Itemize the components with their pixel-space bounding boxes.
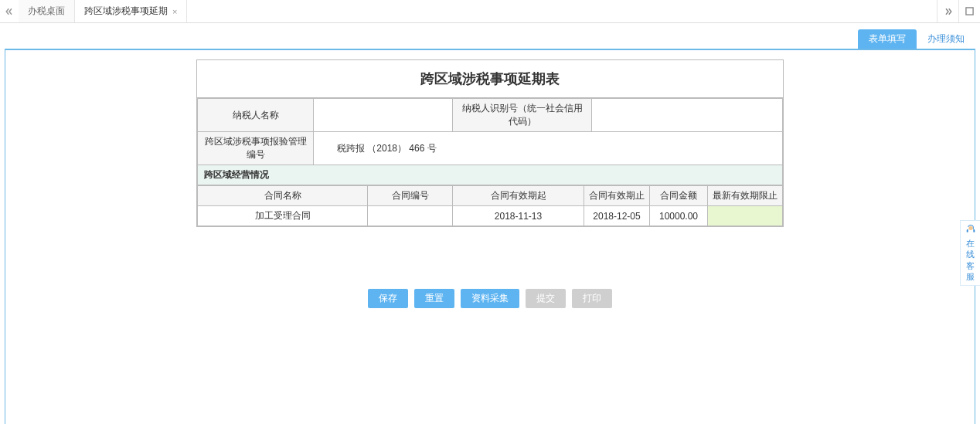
col-valid-to: 合同有效期止 xyxy=(584,186,650,206)
label-report-mgmt-no: 跨区域涉税事项报验管理编号 xyxy=(198,132,314,165)
tab-desktop[interactable]: 办税桌面 xyxy=(19,0,75,22)
form-title: 跨区域涉税事项延期表 xyxy=(197,60,783,98)
col-valid-from: 合同有效期起 xyxy=(453,186,584,206)
svg-point-1 xyxy=(968,226,972,230)
reset-button[interactable]: 重置 xyxy=(414,289,454,308)
cell-contract-no xyxy=(368,206,453,226)
print-button: 打印 xyxy=(572,289,612,308)
maximize-icon[interactable] xyxy=(958,0,980,22)
tab-cross-region-label: 跨区域涉税事项延期 xyxy=(84,5,168,18)
table-row: 加工受理合同 2018-11-13 2018-12-05 10000.00 xyxy=(198,206,783,226)
cell-contract-name: 加工受理合同 xyxy=(198,206,368,226)
close-icon[interactable]: × xyxy=(172,7,177,16)
label-taxpayer-id: 纳税人识别号（统一社会信用代码） xyxy=(453,99,592,132)
button-row: 保存 重置 资料采集 提交 打印 xyxy=(19,289,961,308)
col-amount: 合同金额 xyxy=(650,186,708,206)
top-tab-bar: 办税桌面 跨区域涉税事项延期 × xyxy=(0,0,980,23)
collect-button[interactable]: 资料采集 xyxy=(461,289,519,308)
value-taxpayer-id xyxy=(592,99,783,132)
tab-desktop-label: 办税桌面 xyxy=(28,5,65,18)
submit-button: 提交 xyxy=(526,289,566,308)
col-new-deadline: 最新有效期限止 xyxy=(708,186,783,206)
cell-valid-from: 2018-11-13 xyxy=(453,206,584,226)
tab-cross-region[interactable]: 跨区域涉税事项延期 × xyxy=(75,0,187,22)
info-table: 纳税人名称 纳税人识别号（统一社会信用代码） 跨区域涉税事项报验管理编号 税跨报… xyxy=(197,98,783,185)
content-panel: 跨区域涉税事项延期表 纳税人名称 纳税人识别号（统一社会信用代码） 跨区域涉税事… xyxy=(5,49,975,424)
cell-amount: 10000.00 xyxy=(650,206,708,226)
sub-tab-row: 表单填写 办理须知 xyxy=(0,26,980,49)
section-header: 跨区域经营情况 xyxy=(198,165,783,185)
customer-service-label: 在线客服 xyxy=(966,239,975,281)
customer-service-icon xyxy=(965,224,977,236)
col-contract-no: 合同编号 xyxy=(368,186,453,206)
contracts-table: 合同名称 合同编号 合同有效期起 合同有效期止 合同金额 最新有效期限止 加工受… xyxy=(197,185,783,226)
table-header-row: 合同名称 合同编号 合同有效期起 合同有效期止 合同金额 最新有效期限止 xyxy=(198,186,783,206)
col-contract-name: 合同名称 xyxy=(198,186,368,206)
label-taxpayer-name: 纳税人名称 xyxy=(198,99,314,132)
cell-valid-to: 2018-12-05 xyxy=(584,206,650,226)
sub-tab-process-notice[interactable]: 办理须知 xyxy=(917,29,975,49)
svg-rect-0 xyxy=(966,8,973,15)
value-report-mgmt-no: 税跨报 （2018） 466 号 xyxy=(314,132,783,165)
sub-tab-form-fill[interactable]: 表单填写 xyxy=(858,29,917,49)
save-button[interactable]: 保存 xyxy=(368,289,408,308)
value-taxpayer-name xyxy=(314,99,453,132)
tab-bar-left: 办税桌面 跨区域涉税事项延期 × xyxy=(0,0,187,22)
chevrons-right-icon[interactable] xyxy=(937,0,958,22)
cell-new-deadline[interactable] xyxy=(708,206,783,226)
tab-bar-right xyxy=(937,0,980,22)
customer-service-float[interactable]: 在线客服 xyxy=(960,220,980,286)
chevrons-left-icon[interactable] xyxy=(0,0,19,22)
form-area: 跨区域涉税事项延期表 纳税人名称 纳税人识别号（统一社会信用代码） 跨区域涉税事… xyxy=(196,59,784,227)
